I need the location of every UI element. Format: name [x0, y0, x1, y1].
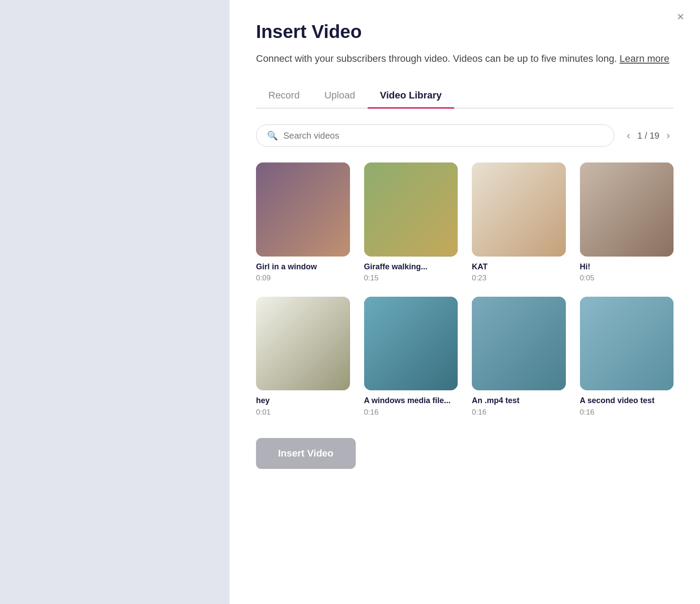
video-name: An .mp4 test [472, 396, 566, 406]
video-name: Hi! [580, 262, 674, 272]
video-duration: 0:09 [256, 274, 350, 283]
page-info: 1 / 19 [637, 131, 659, 141]
video-item[interactable]: An .mp4 test0:16 [472, 297, 566, 417]
pagination: ‹ 1 / 19 › [623, 128, 674, 143]
video-grid: Girl in a window0:09Giraffe walking...0:… [256, 162, 674, 417]
video-name: A second video test [580, 396, 674, 406]
video-duration: 0:01 [256, 408, 350, 417]
search-row: 🔍 ‹ 1 / 19 › [256, 125, 674, 147]
video-duration: 0:16 [364, 408, 458, 417]
modal-title: Insert Video [256, 21, 674, 42]
svg-rect-7 [580, 297, 674, 391]
next-page-button[interactable]: › [663, 128, 674, 143]
tabs-container: Record Upload Video Library [256, 83, 674, 109]
sidebar [0, 0, 230, 604]
svg-rect-1 [364, 162, 458, 257]
svg-rect-5 [364, 297, 458, 391]
svg-rect-4 [256, 297, 350, 391]
video-item[interactable]: hey0:01 [256, 297, 350, 417]
tab-upload[interactable]: Upload [312, 83, 368, 109]
svg-rect-6 [472, 297, 566, 391]
video-thumbnail [364, 297, 458, 391]
video-thumbnail [580, 162, 674, 257]
video-item[interactable]: A windows media file...0:16 [364, 297, 458, 417]
video-name: Girl in a window [256, 262, 350, 272]
video-name: Giraffe walking... [364, 262, 458, 272]
close-button[interactable]: × [677, 11, 684, 23]
search-icon: 🔍 [267, 130, 278, 141]
modal: × Insert Video Connect with your subscri… [230, 0, 700, 604]
video-thumbnail [256, 162, 350, 257]
video-duration: 0:23 [472, 274, 566, 283]
svg-rect-3 [580, 162, 674, 257]
svg-rect-2 [472, 162, 566, 257]
video-duration: 0:16 [580, 408, 674, 417]
video-item[interactable]: Girl in a window0:09 [256, 162, 350, 283]
video-thumbnail [472, 297, 566, 391]
video-item[interactable]: KAT0:23 [472, 162, 566, 283]
description-text: Connect with your subscribers through vi… [256, 53, 617, 64]
search-input[interactable] [283, 131, 603, 141]
video-item[interactable]: Hi!0:05 [580, 162, 674, 283]
insert-video-button[interactable]: Insert Video [256, 438, 356, 469]
tab-video-library[interactable]: Video Library [368, 83, 454, 109]
modal-description: Connect with your subscribers through vi… [256, 51, 674, 66]
video-duration: 0:16 [472, 408, 566, 417]
learn-more-link[interactable]: Learn more [620, 53, 670, 64]
video-name: A windows media file... [364, 396, 458, 406]
video-thumbnail [256, 297, 350, 391]
video-duration: 0:05 [580, 274, 674, 283]
tab-record[interactable]: Record [256, 83, 312, 109]
prev-page-button[interactable]: ‹ [623, 128, 634, 143]
video-item[interactable]: A second video test0:16 [580, 297, 674, 417]
video-name: hey [256, 396, 350, 406]
video-thumbnail [472, 162, 566, 257]
video-thumbnail [364, 162, 458, 257]
video-name: KAT [472, 262, 566, 272]
search-box: 🔍 [256, 125, 614, 147]
video-thumbnail [580, 297, 674, 391]
video-item[interactable]: Giraffe walking...0:15 [364, 162, 458, 283]
svg-rect-0 [256, 162, 350, 257]
video-duration: 0:15 [364, 274, 458, 283]
